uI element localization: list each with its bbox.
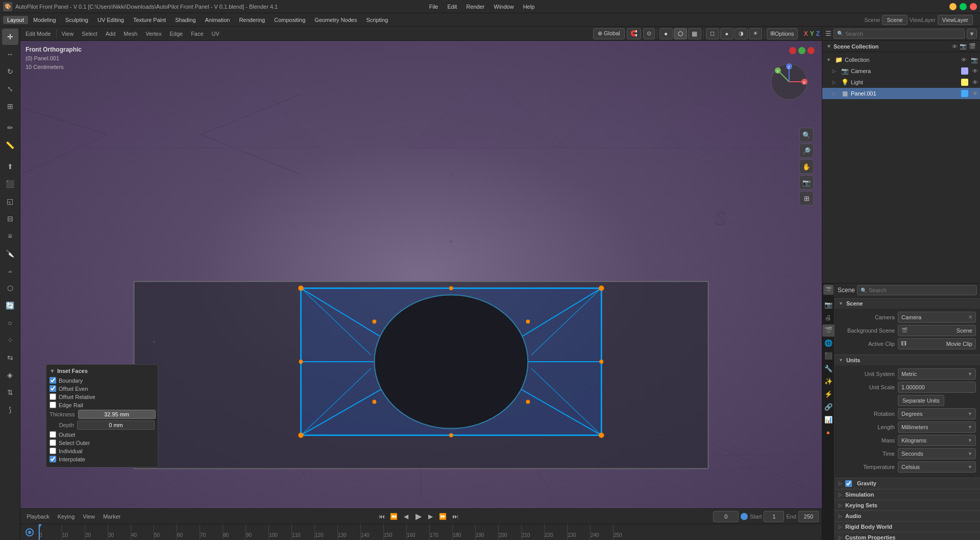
outliner-search-box[interactable]: 🔍 bbox=[834, 29, 965, 39]
constraints-props-icon[interactable]: 🔗 bbox=[822, 401, 835, 413]
camera-icon[interactable]: 📷 bbox=[960, 43, 967, 50]
tool-inset[interactable]: ⬛ bbox=[2, 176, 18, 192]
frame-tick-250[interactable]: 250 bbox=[613, 524, 636, 540]
tool-annotate[interactable]: ✏ bbox=[2, 120, 18, 136]
tool-shear[interactable]: ⟆ bbox=[2, 402, 18, 418]
collection-eye[interactable]: 👁 bbox=[961, 57, 967, 63]
outset-label[interactable]: Outset bbox=[59, 432, 75, 438]
individual-checkbox[interactable] bbox=[50, 448, 56, 454]
frame-tick-90[interactable]: 90 bbox=[246, 524, 268, 540]
snap-toggle[interactable]: 🧲 bbox=[627, 28, 641, 39]
frame-scrubber[interactable]: 0102030405060708090100110120130140150160… bbox=[20, 524, 822, 540]
frame-tick-70[interactable]: 70 bbox=[200, 524, 223, 540]
frame-tick-50[interactable]: 50 bbox=[154, 524, 177, 540]
vp-add-menu[interactable]: Add bbox=[103, 28, 119, 39]
physics-props-icon[interactable]: ⚡ bbox=[822, 388, 835, 401]
workspace-tab-shading[interactable]: Shading bbox=[171, 16, 200, 24]
tree-item-camera[interactable]: ▷ 📷 Camera 👁 bbox=[822, 65, 980, 77]
jump-end-btn[interactable]: ⏭ bbox=[450, 511, 461, 522]
workspace-tab-modeling[interactable]: Modeling bbox=[29, 16, 60, 24]
tool-knife[interactable]: 🔪 bbox=[2, 245, 18, 262]
frame-tick-30[interactable]: 30 bbox=[108, 524, 131, 540]
timeline-keying-menu[interactable]: Keying bbox=[55, 511, 78, 522]
offset-relative-checkbox[interactable] bbox=[50, 393, 56, 400]
timeline-marker-menu[interactable]: Marker bbox=[100, 511, 124, 522]
unit-scale-value[interactable]: 1.000000 bbox=[898, 382, 976, 393]
render-props-icon[interactable]: 📷 bbox=[822, 299, 835, 311]
temperature-value[interactable]: Celsius ▼ bbox=[898, 461, 976, 473]
mass-value[interactable]: Kilograms ▼ bbox=[898, 435, 976, 446]
depth-input[interactable] bbox=[77, 420, 155, 430]
close-button[interactable] bbox=[970, 3, 977, 10]
boundary-checkbox[interactable] bbox=[50, 377, 56, 384]
vertex-mode-btn[interactable]: ● bbox=[659, 28, 673, 39]
frame-tick-240[interactable]: 240 bbox=[590, 524, 613, 540]
time-value[interactable]: Seconds ▼ bbox=[898, 448, 976, 459]
frame-tick-200[interactable]: 200 bbox=[498, 524, 521, 540]
frame-tick-180[interactable]: 180 bbox=[452, 524, 475, 540]
frame-tick-190[interactable]: 190 bbox=[475, 524, 498, 540]
tool-poly-build[interactable]: ⬡ bbox=[2, 280, 18, 296]
workspace-tab-rendering[interactable]: Rendering bbox=[235, 16, 269, 24]
tool-edge-slide[interactable]: ⇆ bbox=[2, 349, 18, 366]
scene-props-icon[interactable]: 🎬 bbox=[823, 285, 834, 295]
next-keyframe-btn[interactable]: ⏩ bbox=[437, 511, 449, 522]
interpolate-label[interactable]: Interpolate bbox=[59, 456, 85, 462]
menu-window[interactable]: Window bbox=[490, 3, 518, 11]
active-clip-prop-value[interactable]: 🎞 Movie Clip bbox=[898, 338, 976, 349]
keying-sets-section-header[interactable]: ▷ Keying Sets bbox=[835, 500, 980, 510]
vp-view-menu[interactable]: View bbox=[59, 28, 77, 39]
outliner-filter-btn[interactable]: ▼ bbox=[967, 29, 977, 39]
camera-eye[interactable]: 👁 bbox=[972, 68, 978, 74]
vp-uv-menu[interactable]: UV bbox=[209, 28, 223, 39]
audio-section-header[interactable]: ▷ Audio bbox=[835, 510, 980, 521]
workspace-tab-scripting[interactable]: Scripting bbox=[362, 16, 392, 24]
global-local-toggle[interactable]: ⊕ Global bbox=[593, 28, 625, 39]
menu-help[interactable]: Help bbox=[519, 3, 539, 11]
object-props-icon[interactable]: ⬛ bbox=[822, 350, 835, 362]
frame-tick-130[interactable]: 130 bbox=[337, 524, 360, 540]
material-mode-btn[interactable]: ◑ bbox=[734, 28, 748, 39]
collection-render[interactable]: 📷 bbox=[971, 57, 978, 63]
overlay-btn[interactable]: ⊞ Options bbox=[767, 28, 798, 39]
workspace-tab-texture-paint[interactable]: Texture Paint bbox=[129, 16, 170, 24]
scene-dropdown[interactable]: Scene bbox=[882, 15, 907, 25]
solid-mode-btn[interactable]: ● bbox=[720, 28, 733, 39]
tool-offset-edge[interactable]: ≡ bbox=[2, 228, 18, 244]
frame-tick-20[interactable]: 20 bbox=[85, 524, 108, 540]
tool-spin[interactable]: 🔄 bbox=[2, 297, 18, 314]
render-icon[interactable]: 🎬 bbox=[969, 43, 976, 50]
nav-camera[interactable]: 📷 bbox=[799, 175, 814, 190]
light-eye[interactable]: 👁 bbox=[972, 79, 978, 85]
frame-tick-230[interactable]: 230 bbox=[567, 524, 590, 540]
prev-keyframe-btn[interactable]: ⏪ bbox=[388, 511, 400, 522]
boundary-label[interactable]: Boundary bbox=[59, 378, 83, 384]
offset-even-label[interactable]: Offset Even bbox=[59, 386, 88, 392]
output-props-icon[interactable]: 🖨 bbox=[822, 312, 835, 324]
scene-props-icon[interactable]: 🎬 bbox=[822, 324, 835, 337]
tool-measure[interactable]: 📏 bbox=[2, 137, 18, 153]
outliner-search-input[interactable] bbox=[845, 31, 961, 37]
frame-tick-80[interactable]: 80 bbox=[223, 524, 246, 540]
workspace-tab-sculpting[interactable]: Sculpting bbox=[61, 16, 92, 24]
frame-tick-60[interactable]: 60 bbox=[177, 524, 200, 540]
tree-item-light[interactable]: ▷ 💡 Light 👁 bbox=[822, 77, 980, 88]
workspace-tab-compositing[interactable]: Compositing bbox=[270, 16, 309, 24]
menu-edit[interactable]: Edit bbox=[443, 3, 461, 11]
tool-shrink[interactable]: ◈ bbox=[2, 367, 18, 383]
units-section-header[interactable]: ▼ Units bbox=[835, 355, 980, 365]
workspace-tab-layout[interactable]: Layout bbox=[3, 16, 28, 24]
offset-even-checkbox[interactable] bbox=[50, 385, 56, 392]
tool-transform[interactable]: ⊞ bbox=[2, 98, 18, 114]
prev-frame-btn[interactable]: ◀ bbox=[401, 511, 412, 522]
scene-props-search[interactable]: 🔍 bbox=[857, 285, 977, 295]
vp-mode-dropdown[interactable]: Edit Mode bbox=[22, 28, 54, 39]
tool-smooth[interactable]: ○ bbox=[2, 315, 18, 331]
frame-tick-170[interactable]: 170 bbox=[429, 524, 452, 540]
frame-tick-0[interactable]: 0 bbox=[39, 524, 62, 540]
maximize-button[interactable] bbox=[960, 3, 967, 10]
timeline-playback-menu[interactable]: Playback bbox=[23, 511, 53, 522]
modifier-props-icon[interactable]: 🔧 bbox=[822, 363, 835, 375]
menu-render[interactable]: Render bbox=[462, 3, 488, 11]
rigid-body-world-section-header[interactable]: ▷ Rigid Body World bbox=[835, 521, 980, 532]
